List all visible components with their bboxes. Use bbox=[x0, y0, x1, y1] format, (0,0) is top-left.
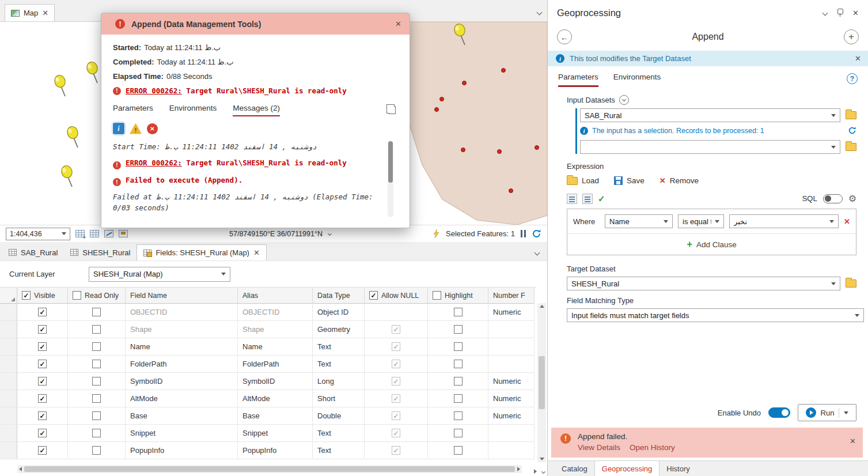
allow-null-cell[interactable] bbox=[365, 321, 428, 338]
allow-null-cell[interactable] bbox=[365, 373, 428, 390]
alias-column-header[interactable]: Alias bbox=[238, 288, 313, 304]
target-dataset-select[interactable]: SHESH_Rural bbox=[567, 277, 840, 290]
field-row[interactable]: BaseBaseDoubleNumeric bbox=[0, 407, 536, 425]
cell-checkbox[interactable] bbox=[454, 342, 463, 351]
highlight-cell[interactable] bbox=[428, 321, 488, 338]
cell-checkbox[interactable] bbox=[38, 429, 47, 437]
feature-point[interactable] bbox=[439, 97, 444, 101]
cell-checkbox[interactable] bbox=[392, 342, 400, 351]
data-type-column-header[interactable]: Data Type bbox=[313, 288, 365, 304]
cell-checkbox[interactable] bbox=[454, 429, 463, 437]
dialog-tab-messages[interactable]: Messages (2) bbox=[233, 104, 280, 116]
cell-checkbox[interactable] bbox=[454, 308, 463, 316]
dialog-tab-environments[interactable]: Environments bbox=[169, 104, 217, 116]
cell-checkbox[interactable] bbox=[92, 446, 101, 455]
field-name-cell[interactable]: SymbolID bbox=[126, 373, 238, 390]
visible-cell[interactable] bbox=[17, 425, 68, 442]
cell-checkbox[interactable] bbox=[38, 325, 47, 334]
allow-null-cell[interactable] bbox=[365, 338, 428, 356]
load-expression-button[interactable]: Load bbox=[567, 176, 599, 185]
field-row[interactable]: SymbolIDSymbolIDLongNumeric bbox=[0, 373, 536, 390]
clause-value-select[interactable]: نخبر bbox=[729, 214, 839, 228]
read-only-cell[interactable] bbox=[68, 321, 126, 338]
table-panel-chevron-icon[interactable] bbox=[535, 250, 540, 256]
banner-close-icon[interactable] bbox=[855, 54, 861, 63]
grid-horizontal-scrollbar[interactable] bbox=[17, 465, 522, 473]
number-format-cell[interactable] bbox=[488, 338, 535, 356]
tab-parameters[interactable]: Parameters bbox=[558, 73, 598, 87]
visible-column-header[interactable]: Visible bbox=[17, 288, 68, 304]
highlight-header-checkbox[interactable] bbox=[433, 291, 441, 300]
attribute-table-icon[interactable] bbox=[90, 230, 99, 237]
vscroll-thumb[interactable] bbox=[539, 356, 545, 409]
tab-scroll-right-icon[interactable] bbox=[534, 469, 537, 474]
feature-point[interactable] bbox=[434, 107, 439, 112]
allow-null-column-header[interactable]: Allow NULL bbox=[365, 288, 428, 304]
tab-history[interactable]: History bbox=[659, 461, 696, 476]
cell-checkbox[interactable] bbox=[392, 429, 400, 437]
number-format-cell[interactable] bbox=[488, 356, 535, 373]
cell-checkbox[interactable] bbox=[92, 360, 101, 368]
add-to-model-button[interactable] bbox=[844, 29, 859, 44]
clause-mode-icon[interactable] bbox=[567, 194, 577, 204]
clause-field-select[interactable]: Name bbox=[605, 214, 673, 228]
field-name-cell[interactable]: Shape bbox=[126, 321, 238, 338]
field-name-cell[interactable]: Base bbox=[126, 407, 238, 425]
tab-fields-shesh-rural[interactable]: Fields: SHESH_Rural (Map) bbox=[137, 244, 266, 260]
allow-null-cell[interactable] bbox=[365, 407, 428, 425]
cell-checkbox[interactable] bbox=[38, 360, 47, 368]
read-only-cell[interactable] bbox=[68, 373, 126, 390]
alias-cell[interactable]: Snippet bbox=[238, 425, 313, 442]
cell-checkbox[interactable] bbox=[392, 360, 400, 368]
input-dataset-empty-select[interactable] bbox=[580, 140, 840, 154]
allow-null-cell[interactable] bbox=[365, 425, 428, 442]
cell-checkbox[interactable] bbox=[92, 394, 101, 403]
input-datasets-chevron-icon[interactable] bbox=[619, 95, 629, 105]
pane-pin-icon[interactable] bbox=[836, 9, 843, 17]
delete-clause-icon[interactable] bbox=[844, 217, 850, 226]
enable-undo-toggle[interactable] bbox=[768, 407, 790, 418]
visible-cell[interactable] bbox=[17, 373, 68, 390]
highlight-cell[interactable] bbox=[428, 407, 488, 425]
pane-collapse-chevron-icon[interactable] bbox=[822, 10, 828, 16]
row-selector[interactable] bbox=[0, 442, 17, 459]
filter-info-icon[interactable] bbox=[113, 123, 124, 134]
highlight-column-header[interactable]: Highlight bbox=[428, 288, 488, 304]
row-selector[interactable] bbox=[0, 407, 17, 425]
coordinates-chevron-icon[interactable] bbox=[328, 232, 332, 236]
field-name-cell[interactable]: PopupInfo bbox=[126, 442, 238, 459]
feature-point[interactable] bbox=[501, 68, 506, 73]
number-format-column-header[interactable]: Number F bbox=[488, 288, 535, 304]
pane-close-icon[interactable] bbox=[852, 9, 859, 17]
alias-cell[interactable]: PopupInfo bbox=[238, 442, 313, 459]
copy-messages-icon[interactable] bbox=[389, 106, 396, 114]
tab-geoprocessing[interactable]: Geoprocessing bbox=[594, 461, 659, 476]
map-tab[interactable]: Map bbox=[5, 4, 55, 21]
browse-folder-icon[interactable] bbox=[846, 279, 856, 288]
cell-checkbox[interactable] bbox=[38, 308, 47, 316]
sql-toggle[interactable] bbox=[823, 194, 843, 203]
visible-cell[interactable] bbox=[17, 338, 68, 356]
tab-sab-rural[interactable]: SAB_Rural bbox=[2, 244, 64, 260]
feature-point[interactable] bbox=[497, 149, 502, 154]
run-button[interactable]: Run bbox=[798, 404, 856, 421]
read-only-cell[interactable] bbox=[68, 338, 126, 356]
tab-environments[interactable]: Environments bbox=[613, 73, 661, 87]
cell-checkbox[interactable] bbox=[454, 360, 463, 368]
field-name-cell[interactable]: OBJECTID bbox=[126, 304, 238, 321]
cell-checkbox[interactable] bbox=[38, 342, 47, 351]
field-row[interactable]: AltModeAltModeShortNumeric bbox=[0, 390, 536, 407]
alias-cell[interactable]: AltMode bbox=[238, 390, 313, 407]
visible-cell[interactable] bbox=[17, 321, 68, 338]
field-name-cell[interactable]: FolderPath bbox=[126, 356, 238, 373]
number-format-cell[interactable]: Numeric bbox=[488, 373, 535, 390]
expand-all-cell[interactable] bbox=[0, 288, 17, 304]
field-row[interactable]: SnippetSnippetText bbox=[0, 425, 536, 442]
field-name-cell[interactable]: Snippet bbox=[126, 425, 238, 442]
number-format-cell[interactable] bbox=[488, 321, 535, 338]
row-selector[interactable] bbox=[0, 356, 17, 373]
input-dataset-select[interactable]: SAB_Rural bbox=[580, 108, 840, 122]
read-only-cell[interactable] bbox=[68, 442, 126, 459]
cell-checkbox[interactable] bbox=[392, 325, 400, 334]
tab-shesh-rural[interactable]: SHESH_Rural bbox=[64, 244, 137, 260]
